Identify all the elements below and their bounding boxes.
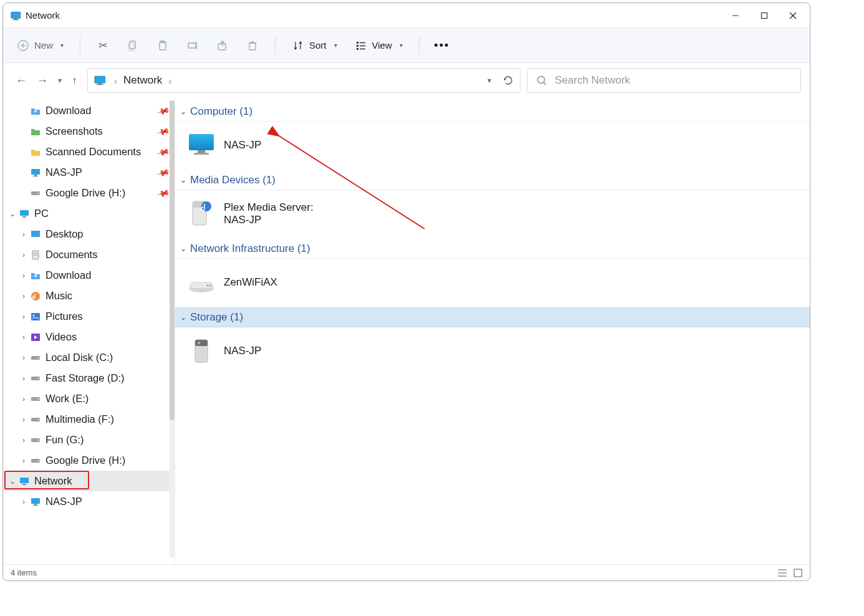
forward-button[interactable]: → <box>37 74 48 87</box>
group-body: NAS-JP <box>175 331 810 376</box>
chevron-right-icon[interactable]: › <box>18 312 29 321</box>
refresh-button[interactable] <box>502 75 514 86</box>
minimize-button[interactable] <box>721 3 750 28</box>
maximize-button[interactable] <box>750 3 779 28</box>
paste-button[interactable] <box>151 36 174 55</box>
chevron-right-icon[interactable]: › <box>18 436 29 445</box>
trash-icon <box>246 39 259 52</box>
item-label-2: NAS-JP <box>224 214 314 226</box>
chevron-right-icon[interactable]: › <box>18 271 29 280</box>
tree-item-music[interactable]: › Music <box>3 286 175 306</box>
nav-row: ← → ▾ ↑ › Network › ▾ <box>3 63 810 98</box>
tree-item-nas-jp[interactable]: NAS-JP 📌 <box>3 162 175 183</box>
sidebar-scrollbar[interactable] <box>170 100 175 557</box>
tree-item-desktop[interactable]: › Desktop <box>3 224 175 244</box>
chevron-right-icon[interactable]: › <box>18 230 29 239</box>
chevron-down-icon: ⌄ <box>180 313 186 322</box>
content-area: ⌄ Computer (1) NAS-JP ⌄ Media Devices (1… <box>175 98 810 564</box>
history-dropdown[interactable]: ▾ <box>58 76 62 85</box>
tree-label: Music <box>46 290 72 302</box>
tree-label: NAS-JP <box>46 496 82 508</box>
chevron-right-icon[interactable]: › <box>18 354 29 362</box>
details-view-button[interactable] <box>777 569 787 577</box>
svg-point-72 <box>207 285 209 287</box>
share-button[interactable] <box>211 36 234 55</box>
rename-button[interactable] <box>181 36 204 55</box>
more-button[interactable]: ••• <box>431 36 453 55</box>
address-dropdown[interactable]: ▾ <box>487 76 491 85</box>
tree-label: Google Drive (H:) <box>46 455 125 466</box>
ellipsis-icon: ••• <box>436 39 448 52</box>
group-header[interactable]: ⌄ Media Devices (1) <box>175 170 810 190</box>
breadcrumb-separator: › <box>114 75 117 86</box>
group-header[interactable]: ⌄ Storage (1) <box>175 307 810 327</box>
search-box[interactable] <box>527 68 801 93</box>
close-button[interactable] <box>779 3 807 28</box>
svg-rect-27 <box>98 83 102 84</box>
sort-button[interactable]: Sort ▾ <box>287 36 342 55</box>
list-item[interactable]: NAS-JP <box>186 334 810 368</box>
svg-rect-4 <box>762 12 767 18</box>
tree-item-videos[interactable]: › Videos <box>3 327 175 347</box>
folder-green-icon <box>29 125 42 138</box>
titlebar: Network <box>3 3 810 28</box>
chevron-right-icon[interactable]: › <box>18 251 29 259</box>
svg-rect-80 <box>794 569 802 577</box>
chevron-right-icon[interactable]: › <box>18 456 29 465</box>
address-bar[interactable]: › Network › ▾ <box>87 68 521 93</box>
search-input[interactable] <box>554 74 792 87</box>
tree-item-local-disk-c-[interactable]: › Local Disk (C:) <box>3 347 175 368</box>
list-item[interactable]: Plex Media Server: NAS-JP <box>186 196 810 231</box>
pc-icon <box>18 208 31 220</box>
tree-item-pictures[interactable]: › Pictures <box>3 306 175 327</box>
thumbnails-view-button[interactable] <box>794 569 802 577</box>
tree-item-nas-jp[interactable]: › NAS-JP <box>3 491 175 512</box>
svg-rect-43 <box>31 313 40 320</box>
tree-item-download[interactable]: › Download <box>3 265 175 286</box>
tree-item-scanned-documents[interactable]: Scanned Documents 📌 <box>3 142 175 162</box>
chevron-right-icon[interactable]: › <box>18 292 29 301</box>
tree-label: Screenshots <box>46 125 103 137</box>
tree-item-multimedia-f-[interactable]: › Multimedia (F:) <box>3 409 175 430</box>
tree-item-documents[interactable]: › Documents <box>3 244 175 265</box>
status-bar: 4 items <box>3 564 810 580</box>
chevron-right-icon[interactable]: › <box>18 333 29 342</box>
tree-item-pc[interactable]: ⌄ PC <box>3 203 175 224</box>
chevron-right-icon[interactable]: › <box>18 498 29 506</box>
back-button[interactable]: ← <box>16 74 27 87</box>
svg-rect-21 <box>357 45 358 47</box>
chevron-right-icon[interactable]: › <box>18 415 29 424</box>
svg-rect-26 <box>95 76 105 83</box>
svg-rect-16 <box>218 44 226 50</box>
chevron-right-icon[interactable]: › <box>18 374 29 383</box>
navigation-tree: Download 📌 Screenshots 📌 Scanned Documen… <box>3 98 175 564</box>
chevron-right-icon[interactable]: › <box>18 395 29 403</box>
svg-point-49 <box>38 378 39 379</box>
chevron-down-icon[interactable]: ⌄ <box>7 209 18 218</box>
chevron-down-icon[interactable]: ⌄ <box>7 477 18 486</box>
tree-item-google-drive-h-[interactable]: Google Drive (H:) 📌 <box>3 183 175 203</box>
new-button[interactable]: New ▾ <box>12 36 69 55</box>
svg-rect-32 <box>34 175 37 176</box>
group-header[interactable]: ⌄ Network Infrastructure (1) <box>175 239 810 259</box>
svg-rect-60 <box>31 498 40 504</box>
tree-item-work-e-[interactable]: › Work (E:) <box>3 388 175 409</box>
tree-item-fun-g-[interactable]: › Fun (G:) <box>3 430 175 450</box>
list-item[interactable]: NAS-JP <box>186 128 810 163</box>
copy-button[interactable] <box>122 36 144 55</box>
up-button[interactable]: ↑ <box>72 74 77 87</box>
list-item[interactable]: ZenWiFiAX <box>186 265 810 300</box>
group-header[interactable]: ⌄ Computer (1) <box>175 102 810 122</box>
delete-button[interactable] <box>241 36 264 55</box>
tree-label: Scanned Documents <box>46 146 141 158</box>
tree-item-download[interactable]: Download 📌 <box>3 100 175 121</box>
view-button[interactable]: View ▾ <box>350 36 408 55</box>
tree-item-fast-storage-d-[interactable]: › Fast Storage (D:) <box>3 368 175 388</box>
tree-item-google-drive-h-[interactable]: › Google Drive (H:) <box>3 450 175 471</box>
svg-point-29 <box>538 77 545 84</box>
tree-item-screenshots[interactable]: Screenshots 📌 <box>3 121 175 142</box>
breadcrumb[interactable]: Network <box>123 74 162 87</box>
cut-button[interactable]: ✂ <box>92 36 114 55</box>
svg-point-53 <box>38 419 39 420</box>
tree-item-network[interactable]: ⌄ Network <box>3 471 175 491</box>
